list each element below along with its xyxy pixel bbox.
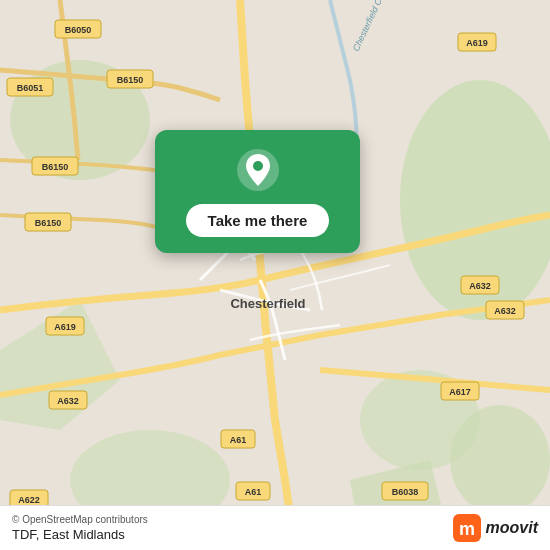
svg-text:A632: A632 [494, 306, 516, 316]
svg-text:B6150: B6150 [117, 75, 144, 85]
svg-text:Chesterfield: Chesterfield [230, 296, 305, 311]
svg-text:A632: A632 [469, 281, 491, 291]
svg-text:A619: A619 [54, 322, 76, 332]
svg-text:B6051: B6051 [17, 83, 44, 93]
svg-text:m: m [459, 519, 475, 539]
svg-text:A617: A617 [449, 387, 471, 397]
location-label: TDF, East Midlands [12, 527, 148, 542]
svg-text:B6150: B6150 [42, 162, 69, 172]
svg-text:A61: A61 [245, 487, 262, 497]
svg-text:A632: A632 [57, 396, 79, 406]
svg-text:A619: A619 [466, 38, 488, 48]
moovit-logo: m moovit [453, 514, 538, 542]
moovit-label: moovit [486, 519, 538, 537]
moovit-brand-icon: m [453, 514, 481, 542]
svg-text:B6150: B6150 [35, 218, 62, 228]
map-svg: B6050 B6051 B6150 B6150 B6150 A619 A619 … [0, 0, 550, 550]
take-me-there-button[interactable]: Take me there [186, 204, 330, 237]
svg-point-7 [450, 405, 550, 515]
attribution-text: © OpenStreetMap contributors [12, 514, 148, 525]
location-card: Take me there [155, 130, 360, 253]
svg-text:B6050: B6050 [65, 25, 92, 35]
svg-text:B6038: B6038 [392, 487, 419, 497]
map-container: B6050 B6051 B6150 B6150 B6150 A619 A619 … [0, 0, 550, 550]
svg-text:A622: A622 [18, 495, 40, 505]
footer-left: © OpenStreetMap contributors TDF, East M… [12, 514, 148, 542]
bottom-bar: © OpenStreetMap contributors TDF, East M… [0, 505, 550, 550]
svg-point-41 [253, 161, 263, 171]
svg-text:A61: A61 [230, 435, 247, 445]
location-pin-icon [236, 148, 280, 192]
